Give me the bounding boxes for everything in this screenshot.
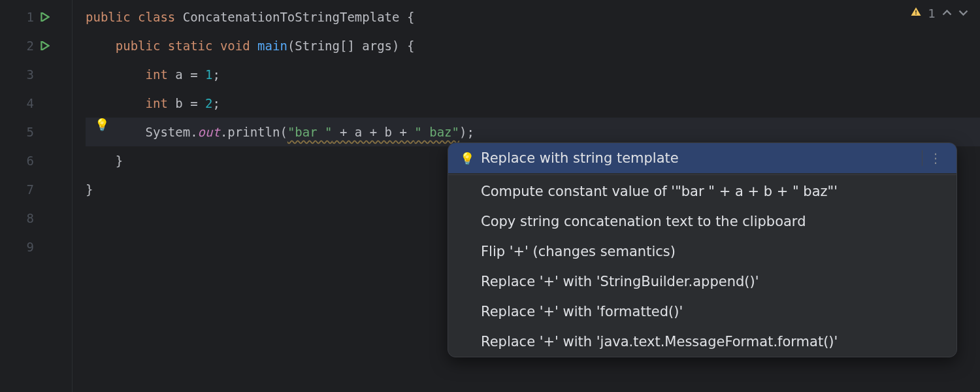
line-number: 8 (21, 211, 34, 225)
line-number: 1 (21, 10, 34, 24)
menu-label: Replace '+' with 'StringBuilder.append()… (481, 274, 945, 289)
intention-menu: 💡 Replace with string template ⋮ 💡 Compu… (448, 142, 957, 357)
line-number: 2 (21, 39, 34, 53)
code-line: int a = 1; (86, 60, 980, 89)
line-number: 7 (21, 182, 34, 197)
problems-indicator[interactable]: 1 (910, 5, 968, 21)
code-line: public class ConcatenationToStringTempla… (86, 3, 980, 31)
line-number: 9 (21, 240, 34, 254)
divider (72, 0, 73, 392)
line-number: 6 (21, 154, 34, 168)
line-number: 4 (21, 96, 34, 110)
code-line: int b = 2; (86, 89, 980, 118)
chevron-down-icon[interactable] (958, 5, 968, 21)
line-number: 3 (21, 67, 34, 82)
menu-item-compute-constant[interactable]: 💡 Compute constant value of '"bar " + a … (448, 176, 956, 206)
svg-rect-1 (915, 14, 917, 15)
gutter: 1 2 3 4 5 6 7 8 9 (0, 0, 72, 392)
menu-separator (448, 174, 956, 175)
menu-item-formatted[interactable]: 💡 Replace '+' with 'formatted()' (448, 297, 956, 327)
menu-label: Compute constant value of '"bar " + a + … (481, 184, 945, 199)
menu-label: Replace '+' with 'formatted()' (481, 304, 945, 319)
menu-label: Flip '+' (changes semantics) (481, 244, 945, 259)
svg-rect-0 (915, 10, 917, 13)
menu-item-replace-string-template[interactable]: 💡 Replace with string template ⋮ (448, 143, 956, 173)
chevron-up-icon[interactable] (942, 5, 952, 21)
menu-label: Replace '+' with 'java.text.MessageForma… (481, 334, 945, 350)
warning-icon (910, 6, 922, 20)
run-icon[interactable] (41, 41, 50, 50)
menu-label: Copy string concatenation text to the cl… (481, 214, 945, 229)
run-icon[interactable] (41, 12, 50, 22)
code-line: public static void main(String[] args) { (86, 31, 980, 60)
menu-item-flip-plus[interactable]: 💡 Flip '+' (changes semantics) (448, 237, 956, 267)
menu-item-copy-concatenation[interactable]: 💡 Copy string concatenation text to the … (448, 206, 956, 237)
line-number: 5 (21, 125, 34, 139)
menu-item-messageformat[interactable]: 💡 Replace '+' with 'java.text.MessageFor… (448, 327, 956, 357)
lightbulb-icon: 💡 (460, 152, 481, 165)
more-icon[interactable]: ⋮ (922, 150, 945, 166)
problems-count: 1 (928, 7, 936, 20)
lightbulb-icon[interactable]: 💡 (95, 118, 109, 131)
menu-label: Replace with string template (481, 150, 915, 166)
menu-item-stringbuilder[interactable]: 💡 Replace '+' with 'StringBuilder.append… (448, 267, 956, 297)
